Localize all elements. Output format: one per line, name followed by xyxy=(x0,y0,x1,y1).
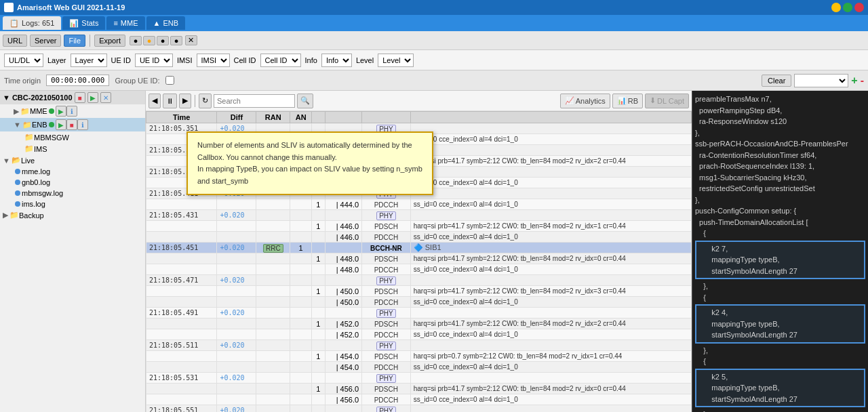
cell-time xyxy=(146,199,217,210)
cell-chan: PHY xyxy=(362,275,411,286)
level-select[interactable]: Level xyxy=(378,54,414,67)
col-time: Time xyxy=(146,112,217,123)
sidebar-item-gnb-log[interactable]: gnb0.log xyxy=(0,177,145,188)
gray-btn[interactable]: ● xyxy=(170,36,182,45)
export-button[interactable]: Export xyxy=(94,35,125,47)
table-row[interactable]: 1| 452.0PDSCHharq=si prb=41.7 symb=2:12 … xyxy=(146,318,692,329)
table-row[interactable]: | 446.0PDCCHss_id=0 cce_index=0 al=4 dci… xyxy=(146,232,692,243)
rb-button[interactable]: 📊 RB xyxy=(612,94,643,108)
mme-log-dot xyxy=(15,169,20,174)
mme-status-dot xyxy=(49,108,54,114)
minimize-button[interactable] xyxy=(831,3,841,12)
layer-select[interactable]: Layer xyxy=(71,54,107,67)
mme-play-btn[interactable]: ▶ xyxy=(56,106,66,117)
backup-arrow[interactable]: ▶ xyxy=(3,211,8,220)
refresh-button[interactable]: ↻ xyxy=(199,94,212,108)
tab-stats[interactable]: 📊 Stats xyxy=(62,16,105,30)
layer-label: Layer xyxy=(47,56,66,64)
sidebar-item-ims[interactable]: 📁 IMS xyxy=(0,143,145,154)
mme-arrow[interactable]: ▶ xyxy=(14,107,19,116)
col-num xyxy=(312,112,325,123)
ue-id-select[interactable]: UE ID xyxy=(135,54,173,67)
table-row[interactable]: 1| 456.0PDSCHharq=si prb=41.7 symb=2:12 … xyxy=(146,384,692,394)
table-row[interactable]: | 454.0PDCCHss_id=0 cce_index=0 al=4 dci… xyxy=(146,362,692,373)
sidebar-item-live[interactable]: ▼ 📂 Live xyxy=(0,154,145,166)
table-row[interactable]: 1| 444.0PDCCHss_id=0 cce_index=0 al=4 dc… xyxy=(146,199,692,210)
url-button[interactable]: URL xyxy=(3,35,27,47)
filter-dropdown[interactable] xyxy=(794,74,848,87)
file-button[interactable]: File xyxy=(64,35,85,47)
server-button[interactable]: Server xyxy=(30,35,61,47)
enb-folder-icon: 📁 xyxy=(22,121,32,129)
pause-button[interactable]: ⏸ xyxy=(163,94,177,108)
sidebar-item-mme[interactable]: ▶ 📁 MME ▶ ℹ xyxy=(0,104,145,118)
cell-diff: +0.020 xyxy=(217,373,256,384)
code-block-4: } ] } p0-NominalWithGrant -84 }, pucch-C… xyxy=(695,409,865,412)
cell-freq xyxy=(325,373,362,384)
enb-info-btn[interactable]: ℹ xyxy=(77,119,88,130)
enb-stop-btn[interactable]: ■ xyxy=(66,119,77,130)
cell-id-label: Cell ID xyxy=(234,56,256,64)
table-row[interactable]: 21:18:05.451+0.020RRC1BCCH-NR🔷 SIB1 xyxy=(146,243,692,253)
imsi-select[interactable]: IMSI xyxy=(197,54,230,67)
enb-play-btn[interactable]: ▶ xyxy=(56,119,66,130)
cell-id-select[interactable]: Cell ID xyxy=(260,54,301,67)
info-select[interactable]: Info xyxy=(321,54,352,67)
maximize-button[interactable] xyxy=(843,3,852,12)
tab-logs[interactable]: 📋 Logs: 651 xyxy=(3,16,61,30)
cell-chan: PHY xyxy=(362,340,411,351)
dl-capt-button[interactable]: ⬇ DL Capt xyxy=(645,94,689,108)
sidebar-item-mme-log[interactable]: mme.log xyxy=(0,166,145,177)
table-row[interactable]: | 456.0PDCCHss_id=0 cce_index=0 al=4 dci… xyxy=(146,394,692,405)
table-row[interactable]: 1| 450.0PDSCHharq=si prb=41.7 symb=2:12 … xyxy=(146,286,692,297)
play-button[interactable]: ▶ xyxy=(87,92,98,103)
close-button[interactable] xyxy=(854,3,864,12)
table-row[interactable]: 1| 454.0PDSCHharq=si prb=0.7 symb=2:12 C… xyxy=(146,351,692,362)
sidebar-item-ims-log[interactable]: ims.log xyxy=(0,199,145,209)
info-button[interactable]: ✕ xyxy=(100,92,111,103)
separator xyxy=(90,35,90,47)
table-row[interactable]: | 450.0PDCCHss_id=0 cce_index=0 al=4 dci… xyxy=(146,297,692,308)
table-row[interactable]: | 448.0PDCCHss_id=0 cce_index=0 al=4 dci… xyxy=(146,264,692,275)
blue-btn[interactable]: ● xyxy=(157,36,169,45)
table-row[interactable]: 21:18:05.431+0.020PHY xyxy=(146,210,692,221)
tab-mme[interactable]: ≡ MME xyxy=(106,16,144,30)
search-button[interactable]: 🔍 xyxy=(297,94,313,108)
red-circle-btn[interactable]: ● xyxy=(130,36,142,45)
mme-info-btn[interactable]: ℹ xyxy=(66,106,77,117)
stop-button[interactable]: ■ xyxy=(75,92,85,103)
cell-ran xyxy=(256,232,290,243)
collapse-icon[interactable]: ▼ xyxy=(3,94,10,102)
sidebar-item-backup[interactable]: ▶ 📁 Backup xyxy=(0,209,145,221)
table-row[interactable]: 21:18:05.551+0.020PHY xyxy=(146,405,692,413)
table-row[interactable]: 21:18:05.471+0.020PHY xyxy=(146,275,692,286)
remove-filter-button[interactable]: - xyxy=(861,75,864,87)
tab-enb[interactable]: ▲ ENB xyxy=(146,16,186,30)
table-row[interactable]: 1| 446.0PDSCHharq=si prb=41.7 symb=2:12 … xyxy=(146,221,692,232)
clear-button[interactable]: Clear xyxy=(762,75,791,87)
forward-button[interactable]: ▶ xyxy=(179,94,191,108)
table-row[interactable]: 21:18:05.531+0.020PHY xyxy=(146,373,692,384)
table-row[interactable]: 21:18:05.511+0.020PHY xyxy=(146,340,692,351)
cell-ran xyxy=(256,329,290,340)
cell-freq: | 446.0 xyxy=(325,232,362,243)
cell-msg: harq=si prb=41.7 symb=2:12 CW0: tb_len=8… xyxy=(410,318,691,329)
table-row[interactable]: 21:18:05.491+0.020PHY xyxy=(146,308,692,318)
search-input[interactable] xyxy=(214,94,295,108)
analytics-button[interactable]: 📈 Analytics xyxy=(560,94,610,108)
settings-button[interactable]: ✕ xyxy=(185,35,197,45)
sidebar-item-mbmsgw-log[interactable]: mbmsgw.log xyxy=(0,188,145,199)
live-arrow[interactable]: ▼ xyxy=(3,157,10,165)
cell-an xyxy=(290,297,312,308)
table-row[interactable]: | 452.0PDCCHss_id=0 cce_index=0 al=4 dci… xyxy=(146,329,692,340)
direction-select[interactable]: UL/DL UL DL xyxy=(4,54,43,67)
orange-btn[interactable]: ● xyxy=(143,36,155,45)
add-filter-button[interactable]: + xyxy=(851,75,857,87)
sidebar-item-mbmsgw[interactable]: 📁 MBMSGW xyxy=(0,131,145,143)
cell-num: 1 xyxy=(312,253,325,264)
group-ue-checkbox[interactable] xyxy=(165,76,174,85)
enb-arrow[interactable]: ▼ xyxy=(14,121,21,129)
back-button[interactable]: ◀ xyxy=(149,94,161,108)
sidebar-item-enb[interactable]: ▼ 📁 ENB ▶ ■ ℹ xyxy=(0,118,145,131)
table-row[interactable]: 1| 448.0PDSCHharq=si prb=41.7 symb=2:12 … xyxy=(146,253,692,264)
